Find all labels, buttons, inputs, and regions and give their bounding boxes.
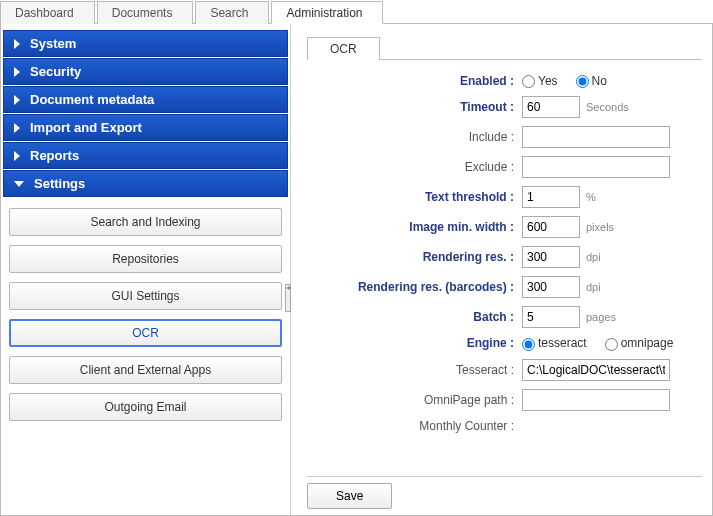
timeout-input[interactable] bbox=[522, 96, 580, 118]
inner-tab-bar: OCR bbox=[307, 36, 702, 60]
radio-enabled-yes[interactable]: Yes bbox=[522, 74, 558, 88]
tab-administration[interactable]: Administration bbox=[271, 1, 383, 24]
unit-percent: % bbox=[586, 191, 596, 203]
rendering-res-input[interactable] bbox=[522, 246, 580, 268]
label-include: Include : bbox=[307, 130, 522, 144]
sidebar-item-search-indexing[interactable]: Search and Indexing bbox=[9, 208, 282, 236]
sidebar-item-gui-settings[interactable]: GUI Settings bbox=[9, 282, 282, 310]
label-tesseract: Tesseract : bbox=[307, 363, 522, 377]
sidebar-section-label: Document metadata bbox=[30, 92, 154, 107]
chevron-right-icon bbox=[14, 123, 20, 133]
chevron-right-icon bbox=[14, 39, 20, 49]
chevron-right-icon bbox=[14, 151, 20, 161]
batch-input[interactable] bbox=[522, 306, 580, 328]
sidebar-section-import-export[interactable]: Import and Export bbox=[3, 114, 288, 141]
enabled-radio-group: Yes No bbox=[522, 74, 619, 88]
sidebar-section-label: Import and Export bbox=[30, 120, 142, 135]
sidebar: System Security Document metadata Import… bbox=[1, 24, 291, 515]
sidebar-section-settings[interactable]: Settings bbox=[3, 170, 288, 197]
exclude-input[interactable] bbox=[522, 156, 670, 178]
label-engine: Engine : bbox=[307, 336, 522, 350]
sidebar-item-ocr[interactable]: OCR bbox=[9, 319, 282, 347]
top-tab-bar: Dashboard Documents Search Administratio… bbox=[0, 0, 713, 24]
unit-pixels: pixels bbox=[586, 221, 614, 233]
sidebar-section-label: Reports bbox=[30, 148, 79, 163]
unit-dpi: dpi bbox=[586, 251, 601, 263]
radio-engine-tesseract[interactable]: tesseract bbox=[522, 336, 587, 350]
settings-submenu: Search and Indexing Repositories GUI Set… bbox=[3, 198, 288, 436]
tesseract-input[interactable] bbox=[522, 359, 670, 381]
label-rendering-res: Rendering res. : bbox=[307, 250, 522, 264]
unit-pages: pages bbox=[586, 311, 616, 323]
radio-engine-omnipage[interactable]: omnipage bbox=[605, 336, 674, 350]
label-batch: Batch : bbox=[307, 310, 522, 324]
label-image-min-width: Image min. width : bbox=[307, 220, 522, 234]
inner-tab-ocr[interactable]: OCR bbox=[307, 37, 380, 60]
text-threshold-input[interactable] bbox=[522, 186, 580, 208]
save-button[interactable]: Save bbox=[307, 483, 392, 509]
radio-enabled-no[interactable]: No bbox=[576, 74, 607, 88]
label-text-threshold: Text threshold : bbox=[307, 190, 522, 204]
save-area: Save bbox=[307, 476, 702, 509]
image-min-width-input[interactable] bbox=[522, 216, 580, 238]
content-area: System Security Document metadata Import… bbox=[0, 24, 713, 516]
sidebar-section-label: Settings bbox=[34, 176, 85, 191]
label-rendering-res-barcodes: Rendering res. (barcodes) : bbox=[307, 280, 522, 294]
omnipage-path-input[interactable] bbox=[522, 389, 670, 411]
sidebar-item-outgoing-email[interactable]: Outgoing Email bbox=[9, 393, 282, 421]
chevron-right-icon bbox=[14, 95, 20, 105]
unit-seconds: Seconds bbox=[586, 101, 629, 113]
sidebar-section-label: Security bbox=[30, 64, 81, 79]
sidebar-item-client-external[interactable]: Client and External Apps bbox=[9, 356, 282, 384]
sidebar-section-label: System bbox=[30, 36, 76, 51]
main-panel: OCR Enabled : Yes No Timeout : Seconds I… bbox=[291, 24, 712, 515]
sidebar-section-reports[interactable]: Reports bbox=[3, 142, 288, 169]
label-enabled: Enabled : bbox=[307, 74, 522, 88]
unit-dpi-2: dpi bbox=[586, 281, 601, 293]
chevron-down-icon bbox=[14, 181, 24, 187]
sidebar-section-system[interactable]: System bbox=[3, 30, 288, 57]
sidebar-section-document-metadata[interactable]: Document metadata bbox=[3, 86, 288, 113]
tab-search[interactable]: Search bbox=[195, 1, 269, 24]
label-monthly-counter: Monthly Counter : bbox=[307, 419, 522, 433]
tab-dashboard[interactable]: Dashboard bbox=[0, 1, 95, 24]
label-omnipage-path: OmniPage path : bbox=[307, 393, 522, 407]
sidebar-section-security[interactable]: Security bbox=[3, 58, 288, 85]
rendering-res-barcodes-input[interactable] bbox=[522, 276, 580, 298]
include-input[interactable] bbox=[522, 126, 670, 148]
label-exclude: Exclude : bbox=[307, 160, 522, 174]
label-timeout: Timeout : bbox=[307, 100, 522, 114]
tab-documents[interactable]: Documents bbox=[97, 1, 194, 24]
chevron-right-icon bbox=[14, 67, 20, 77]
sidebar-item-repositories[interactable]: Repositories bbox=[9, 245, 282, 273]
engine-radio-group: tesseract omnipage bbox=[522, 336, 685, 350]
